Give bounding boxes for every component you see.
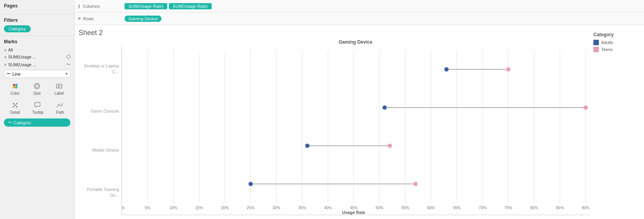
y-label-console: Game Console — [91, 108, 119, 114]
svg-point-12 — [16, 106, 18, 108]
legend: Category Adults Teens — [590, 29, 640, 215]
marks-sum2-label: SUM(Usage ... — [8, 62, 36, 67]
detail-icon — [11, 101, 19, 110]
columns-pill-2[interactable]: SUM(Usage Rate) — [169, 3, 212, 9]
tooltip-button[interactable]: Tooltip — [31, 99, 45, 116]
columns-label-text: Columns — [83, 4, 100, 9]
chart-plot: 0%5%10%15%20%25%30%35%40%45%50%55%60%65%… — [121, 46, 590, 215]
tooltip-icon — [33, 101, 42, 110]
rows-pills: Gaming Device — [125, 16, 161, 22]
detail-label: Detail — [10, 110, 20, 115]
chart-body: Desktop or Laptop C... Game Console Mobi… — [79, 46, 590, 215]
color-icon — [11, 82, 19, 90]
marks-label: Marks — [4, 39, 70, 44]
filters-label: Filters — [4, 18, 70, 23]
svg-point-1 — [15, 84, 18, 86]
columns-shelf-icon: ⫿ — [78, 3, 81, 9]
columns-pills: SUM(Usage Rate) SUM(Usage Rate) — [125, 3, 212, 9]
marks-icons-row: Color Size — [4, 80, 70, 97]
columns-shelf-label: ⫿ Columns — [78, 3, 125, 9]
chart-area: Gaming Device Desktop or Laptop C... Gam… — [79, 39, 590, 215]
path-label: Path — [56, 110, 64, 115]
svg-point-13 — [14, 104, 16, 106]
adults-label: Adults — [601, 40, 613, 45]
y-label-desktop: Desktop or Laptop C... — [79, 63, 119, 75]
svg-point-4 — [34, 83, 40, 89]
svg-point-60 — [584, 106, 588, 110]
marks-sum2-arrow: ∨ — [4, 62, 7, 67]
x-axis — [122, 206, 590, 215]
adults-swatch — [593, 40, 599, 45]
svg-point-2 — [13, 86, 15, 88]
columns-pill-1[interactable]: SUM(Usage Rate) — [125, 3, 167, 9]
svg-point-63 — [388, 144, 392, 148]
marks-sum1-circle-icon — [67, 55, 70, 59]
y-label-mobile: Mobile Device — [92, 147, 119, 153]
marks-category-pill[interactable]: 〜 Category — [4, 118, 70, 127]
rows-shelf-icon: ≡ — [78, 16, 81, 21]
svg-point-56 — [444, 67, 449, 72]
marks-sum2-item[interactable]: ∨ SUM(Usage ... 〜 — [4, 61, 70, 68]
svg-point-3 — [15, 86, 18, 88]
label-label: Label — [54, 91, 64, 95]
detail-button[interactable]: Detail — [9, 99, 22, 116]
filters-section: Filters Category — [0, 14, 74, 36]
color-button[interactable]: Color — [9, 80, 21, 97]
tooltip-label: Tooltip — [32, 110, 44, 115]
category-wave-icon: 〜 — [8, 120, 12, 125]
columns-shelf: ⫿ Columns SUM(Usage Rate) SUM(Usage Rate… — [75, 0, 644, 12]
size-label: Size — [33, 91, 40, 95]
chart-container: Sheet 2 Gaming Device Desktop or Laptop … — [75, 25, 644, 219]
main-content: ⫿ Columns SUM(Usage Rate) SUM(Usage Rate… — [75, 0, 644, 219]
svg-point-10 — [16, 103, 18, 104]
chart-svg: 0%5%10%15%20%25%30%35%40%45%50%55%60%65%… — [122, 46, 590, 215]
path-button[interactable]: Path — [54, 99, 66, 116]
line-type-label: Line — [12, 72, 21, 76]
svg-point-65 — [249, 182, 253, 186]
filters-category-pill[interactable]: Category — [4, 25, 31, 32]
svg-point-59 — [383, 106, 387, 110]
pages-label: Pages — [4, 3, 70, 9]
pages-section: Pages — [0, 0, 74, 14]
svg-rect-6 — [56, 84, 62, 88]
line-type-dropdown[interactable]: 〜 Line ▾ — [4, 70, 70, 78]
line-wave-icon: 〜 — [7, 71, 11, 77]
marks-all-label: All — [8, 48, 13, 52]
marks-all-arrow: ∨ — [4, 48, 7, 52]
legend-teens: Teens — [593, 47, 636, 52]
svg-point-62 — [305, 144, 309, 148]
rows-label-text: Rows — [83, 16, 94, 21]
teens-label: Teens — [601, 47, 612, 52]
category-pill-label: Category — [14, 120, 31, 125]
teens-swatch — [593, 47, 599, 52]
marks-icons-row-2: Detail Tooltip Path — [4, 99, 70, 116]
line-dropdown-arrow-icon: ▾ — [65, 71, 68, 76]
size-button[interactable]: Size — [31, 80, 43, 97]
svg-point-5 — [35, 85, 39, 88]
chart-header: Gaming Device — [121, 39, 590, 45]
svg-point-66 — [413, 182, 418, 186]
svg-point-9 — [13, 103, 14, 104]
label-icon — [55, 82, 63, 90]
color-label: Color — [11, 91, 20, 95]
svg-point-57 — [506, 67, 511, 72]
size-icon — [33, 82, 41, 90]
sidebar: Pages Filters Category Marks ∨ All ∨ SUM… — [0, 0, 75, 219]
rows-pill-gaming-device[interactable]: Gaming Device — [125, 16, 161, 22]
y-label-portable: Portable Gaming De... — [79, 187, 119, 199]
marks-sum1-item[interactable]: ∨ SUM(Usage ... — [4, 54, 70, 60]
marks-sum1-arrow: ∨ — [4, 55, 7, 59]
marks-sum2-wave-icon: 〜 — [66, 62, 70, 67]
rows-shelf-label: ≡ Rows — [78, 16, 125, 21]
label-button[interactable]: Label — [53, 80, 65, 97]
rows-shelf: ≡ Rows Gaming Device — [75, 12, 644, 25]
marks-sum1-label: SUM(Usage ... — [8, 55, 36, 59]
svg-point-0 — [13, 84, 15, 86]
chart-inner: Sheet 2 Gaming Device Desktop or Laptop … — [79, 29, 590, 215]
y-axis: Desktop or Laptop C... Game Console Mobi… — [79, 46, 121, 215]
legend-adults: Adults — [593, 40, 636, 45]
marks-all-item[interactable]: ∨ All — [4, 47, 70, 53]
legend-title: Category — [593, 32, 636, 37]
sheet-title: Sheet 2 — [79, 29, 590, 37]
svg-rect-14 — [35, 102, 40, 106]
